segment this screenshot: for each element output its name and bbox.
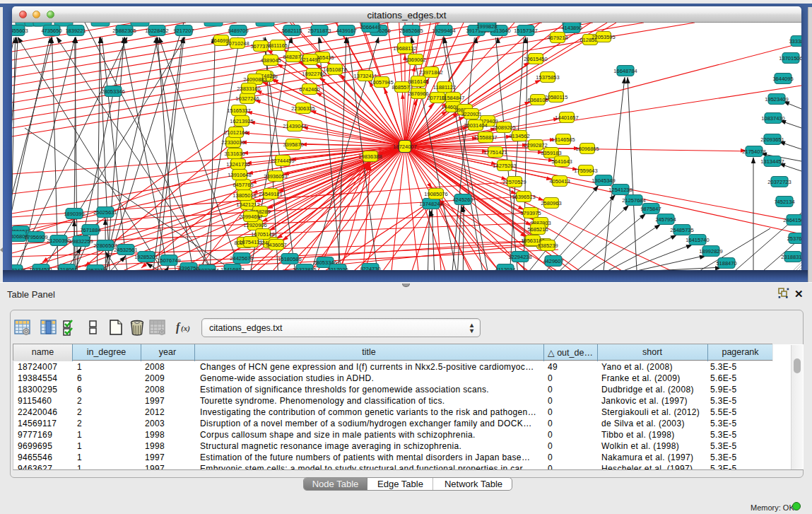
svg-text:3333883: 3333883 [789, 38, 801, 45]
svg-text:22306335: 22306335 [291, 105, 314, 112]
svg-text:21439044: 21439044 [283, 123, 306, 129]
svg-text:1890399: 1890399 [64, 211, 84, 217]
svg-text:8685577: 8685577 [392, 84, 412, 90]
svg-text:24549181: 24549181 [259, 191, 282, 197]
svg-text:12920906: 12920906 [243, 222, 266, 228]
svg-text:18096865: 18096865 [575, 146, 599, 152]
svg-text:21200396: 21200396 [47, 238, 70, 244]
svg-text:23971842: 23971842 [419, 69, 442, 76]
svg-text:15165337: 15165337 [227, 107, 250, 114]
svg-text:7452134: 7452134 [774, 199, 794, 205]
svg-text:18754131: 18754131 [239, 239, 262, 245]
svg-text:11881122: 11881122 [433, 84, 456, 90]
svg-text:20031404: 20031404 [464, 122, 487, 129]
svg-text:25852685: 25852685 [399, 28, 423, 34]
svg-text:4735650: 4735650 [41, 28, 61, 34]
svg-text:22093651: 22093651 [760, 136, 784, 143]
svg-text:22330030: 22330030 [221, 139, 245, 146]
svg-text:4679214: 4679214 [547, 35, 567, 41]
svg-text:11558837: 11558837 [474, 134, 498, 141]
svg-text:24532561: 24532561 [114, 247, 137, 253]
svg-text:15375853: 15375853 [536, 74, 559, 81]
svg-text:(x): (x) [181, 324, 190, 333]
svg-text:28053346: 28053346 [101, 88, 124, 95]
svg-text:16213925: 16213925 [230, 118, 253, 124]
svg-text:23936053: 23936053 [264, 173, 287, 180]
svg-text:25089205: 25089205 [492, 124, 515, 131]
svg-text:22455603: 22455603 [12, 28, 28, 34]
svg-text:21012166: 21012166 [224, 129, 247, 136]
svg-text:10710248: 10710248 [225, 40, 249, 47]
svg-text:16510878: 16510878 [323, 66, 346, 73]
svg-text:1839221: 1839221 [65, 28, 86, 34]
svg-text:7671884: 7671884 [80, 227, 100, 233]
svg-text:23188315: 23188315 [781, 254, 801, 260]
svg-text:20994697: 20994697 [239, 214, 262, 220]
svg-text:20615450: 20615450 [524, 56, 547, 62]
svg-text:13045349: 13045349 [592, 177, 615, 184]
svg-text:9217207: 9217207 [173, 28, 194, 34]
svg-text:8811165: 8811165 [268, 42, 288, 49]
svg-text:16648784: 16648784 [613, 68, 637, 74]
svg-text:22053595: 22053595 [592, 34, 615, 40]
svg-text:4245263: 4245263 [452, 197, 473, 203]
svg-text:13134457: 13134457 [760, 158, 784, 165]
svg-text:25025631: 25025631 [93, 209, 117, 216]
svg-text:8369062: 8369062 [405, 57, 425, 63]
svg-text:10837430: 10837430 [761, 115, 784, 122]
svg-text:16415740: 16415740 [686, 237, 709, 243]
svg-text:4439167: 4439167 [336, 28, 356, 34]
svg-text:13241736: 13241736 [226, 161, 249, 168]
svg-text:10057945: 10057945 [370, 79, 393, 86]
svg-text:4389045: 4389045 [260, 57, 281, 64]
svg-text:3395870: 3395870 [283, 141, 303, 148]
svg-text:1385239: 1385239 [537, 243, 558, 249]
svg-text:22992872: 22992872 [524, 142, 547, 148]
svg-text:13910648: 13910648 [228, 172, 251, 178]
svg-text:10327246: 10327246 [235, 95, 259, 102]
svg-text:5793975: 5793975 [520, 210, 541, 216]
svg-text:19832259: 19832259 [69, 238, 93, 245]
svg-text:19285201: 19285201 [134, 254, 158, 260]
svg-text:24641507: 24641507 [783, 217, 801, 223]
svg-text:24090883: 24090883 [243, 76, 266, 83]
svg-text:18922760: 18922760 [302, 71, 325, 77]
svg-text:17559643: 17559643 [574, 168, 597, 174]
svg-text:17751421: 17751421 [483, 149, 507, 156]
svg-text:f: f [176, 321, 181, 334]
svg-text:9875847: 9875847 [640, 206, 661, 212]
svg-text:2537611: 2537611 [787, 235, 801, 242]
svg-text:14401657: 14401657 [555, 115, 578, 121]
svg-text:10228452: 10228452 [145, 28, 168, 34]
svg-text:6742460: 6742460 [299, 86, 319, 93]
svg-text:20372723: 20372723 [767, 179, 791, 185]
svg-text:13732411: 13732411 [354, 73, 377, 79]
svg-text:2580963: 2580963 [541, 200, 561, 206]
svg-text:16396513: 16396513 [512, 194, 535, 200]
svg-text:15180586: 15180586 [278, 256, 301, 262]
svg-text:19085076: 19085076 [424, 191, 447, 197]
svg-text:6457765: 6457765 [233, 182, 253, 188]
svg-text:15157347: 15157347 [514, 28, 537, 34]
svg-text:11584847: 11584847 [442, 95, 465, 101]
svg-text:25485735: 25485735 [670, 227, 693, 233]
svg-text:12294238: 12294238 [508, 254, 531, 260]
svg-text:2066449: 2066449 [360, 24, 380, 30]
svg-text:13805018: 13805018 [233, 192, 256, 199]
svg-text:6482877: 6482877 [283, 54, 303, 60]
svg-text:23833160: 23833160 [237, 86, 260, 92]
svg-text:3220921: 3220921 [461, 111, 481, 117]
svg-text:5641643: 5641643 [551, 158, 572, 165]
svg-text:19688132: 19688132 [393, 45, 416, 52]
svg-text:12541238: 12541238 [608, 187, 632, 193]
svg-text:4429607: 4429607 [543, 258, 563, 264]
svg-text:6368105: 6368105 [527, 97, 548, 103]
svg-text:4143890: 4143890 [561, 25, 582, 31]
svg-text:13748244: 13748244 [419, 201, 442, 207]
svg-text:22744459: 22744459 [271, 158, 294, 164]
svg-text:25882305: 25882305 [112, 28, 136, 34]
svg-text:5188470: 5188470 [716, 260, 736, 267]
svg-text:8489709: 8489709 [228, 28, 248, 34]
svg-text:19299464: 19299464 [432, 28, 455, 34]
svg-text:22570529: 22570529 [502, 179, 526, 185]
